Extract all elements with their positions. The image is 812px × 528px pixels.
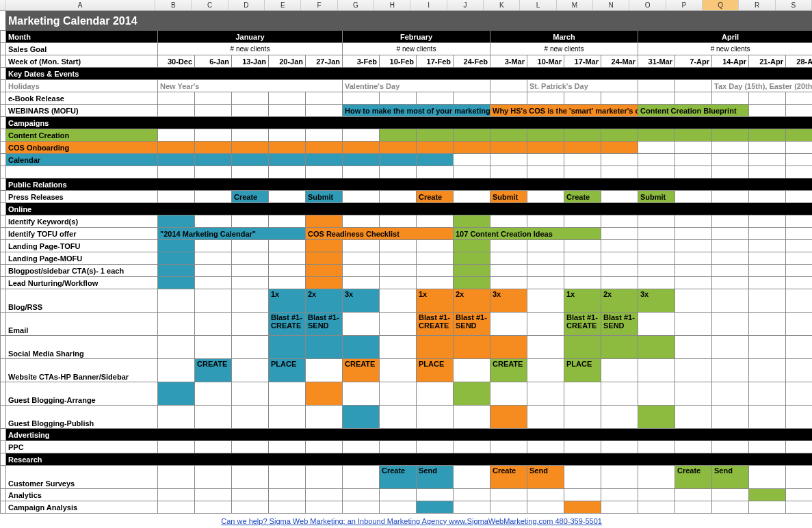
row-email[interactable]: Email Blast #1-CREATEBlast #1-SEND Blast… bbox=[1, 313, 813, 336]
row-lead-nurture[interactable]: Lead Nurturing/Workflow bbox=[1, 277, 813, 289]
row-content-creation[interactable]: Content Creation bbox=[1, 129, 813, 142]
row-guest-publish[interactable]: Guest Blogging-Publish bbox=[1, 406, 813, 429]
row-social[interactable]: Social Media Sharing bbox=[1, 336, 813, 359]
row-webinars[interactable]: WEBINARS (MOFU) How to make the most of … bbox=[1, 105, 813, 117]
sales-goal-row: Sales Goal # new clients # new clients #… bbox=[1, 43, 813, 55]
row-lp-mofu[interactable]: Landing Page-MOFU bbox=[1, 252, 813, 265]
row-identify-kw[interactable]: Identify Keyword(s) bbox=[1, 215, 813, 228]
row-holidays[interactable]: Holidays New Year's Valentine's Day St. … bbox=[1, 80, 813, 92]
row-website-cta[interactable]: Website CTAs-HP Banner/Sidebar CREATEPLA… bbox=[1, 359, 813, 382]
row-press[interactable]: Press Releases CreateSubmit Create Submi… bbox=[1, 191, 813, 203]
row-blog-rss[interactable]: Blog/RSS 1x2x3x 1x2x3x 1x2x3x bbox=[1, 289, 813, 313]
row-campaign-analysis[interactable]: Campaign Analysis bbox=[1, 501, 813, 514]
row-cos-onboarding[interactable]: COS Onboarding bbox=[1, 142, 813, 154]
section-research: Research bbox=[1, 453, 813, 466]
row-analytics[interactable]: Analytics bbox=[1, 489, 813, 501]
row-lp-tofu[interactable]: Landing Page-TOFU bbox=[1, 240, 813, 252]
section-pr: Public Relations bbox=[1, 179, 813, 191]
week-header-row: Week of (Mon. Start) 30-Dec6-Jan13-Jan20… bbox=[1, 55, 813, 68]
row-ppc[interactable]: PPC bbox=[1, 441, 813, 453]
footer-link[interactable]: Can we help? Sigma Web Marketing: an Inb… bbox=[221, 517, 602, 525]
spreadsheet-column-headers: A B C D E F G H I J K L M N O P Q R S bbox=[0, 0, 812, 11]
page-title: Marketing Calendar 2014 bbox=[6, 12, 813, 31]
footer-row: Can we help? Sigma Web Marketing: an Inb… bbox=[1, 514, 813, 529]
month-header-row: Month January February March April bbox=[1, 31, 813, 43]
calendar-grid[interactable]: Marketing Calendar 2014 Month January Fe… bbox=[0, 11, 812, 528]
row-calendar[interactable]: Calendar bbox=[1, 154, 813, 166]
section-campaigns: Campaigns bbox=[1, 117, 813, 129]
row-identify-tofu[interactable]: Identify TOFU offer "2014 Marketing Cale… bbox=[1, 228, 813, 240]
section-key-dates: Key Dates & Events bbox=[1, 68, 813, 80]
row-surveys[interactable]: Customer Surveys CreateSendCreateSend Cr… bbox=[1, 466, 813, 489]
row-blank[interactable] bbox=[1, 166, 813, 179]
row-guest-arrange[interactable]: Guest Blogging-Arrange bbox=[1, 382, 813, 406]
section-advertising: Advertising bbox=[1, 429, 813, 441]
row-ebook[interactable]: e-Book Release bbox=[1, 92, 813, 105]
title-row: Marketing Calendar 2014 bbox=[1, 12, 813, 31]
row-blogpost-cta[interactable]: Blogpost/sidebar CTA(s)- 1 each bbox=[1, 265, 813, 277]
section-online: Online bbox=[1, 203, 813, 215]
